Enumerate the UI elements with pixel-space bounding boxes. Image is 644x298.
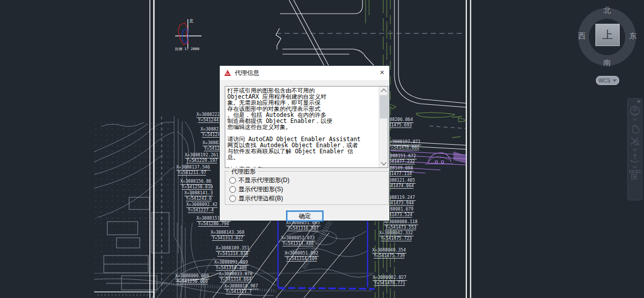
radio-option[interactable]: 显示代理边框(B) (229, 194, 388, 203)
viewcube-up-face[interactable]: 上 (595, 24, 620, 46)
autocad-logo-icon (224, 69, 231, 76)
autocad-canvas[interactable]: X=3088222.4Y=541244.4X=3088214.2Y=541249… (0, 0, 644, 298)
radio-circle-icon[interactable] (229, 186, 236, 193)
navigation-bar[interactable]: ✕ (627, 98, 642, 200)
coord-label: X=3088109.351Y=541314.030 (216, 246, 250, 257)
pan-hand-icon[interactable] (628, 122, 642, 134)
proxy-info-textbox[interactable]: 打开或引用的图形包含由不可用的 ObjectARX 应用程序创建的自定义对 象。… (225, 86, 388, 168)
scrollbar-thumb[interactable] (380, 95, 387, 118)
coord-label: X=3088091.809Y=541314.389 (214, 260, 249, 271)
compass-north-label: 北 (189, 18, 193, 24)
dialog-titlebar[interactable]: 代理信息 × (220, 66, 389, 80)
textbox-scrollbar[interactable] (379, 87, 388, 167)
coord-label: X=3088192.261Y=541229.197 (185, 153, 219, 163)
radio-circle-icon[interactable] (229, 195, 236, 202)
viewcube-north[interactable]: 北 (602, 6, 612, 15)
wcs-label: WCS (598, 78, 610, 83)
dialog-close-icon[interactable]: × (380, 68, 384, 77)
compass-scale-label: 比例 1: 2000 (175, 47, 199, 52)
radio-option[interactable]: 显示代理图形(S) (229, 185, 388, 194)
radio-label: 显示代理边框(B) (238, 194, 283, 203)
radio-label: 显示代理图形(S) (238, 185, 283, 194)
proxy-info-text: 打开或引用的图形包含由不可用的 ObjectARX 应用程序创建的自定义对 象。… (227, 88, 378, 168)
coord-label: X=3088042.332Y=541475.723 (379, 231, 414, 241)
coord-label: X=3088137.546Y=541211.97 (176, 165, 211, 176)
viewcube-east[interactable]: 东 (628, 31, 638, 41)
steering-wheel-icon[interactable] (628, 105, 642, 117)
dialog-title: 代理信息 (235, 69, 259, 77)
coord-label: X=3088080.118Y=541473.553 (384, 220, 418, 230)
viewcube-south[interactable]: 南 (602, 58, 612, 68)
radio-option[interactable]: 不显示代理图形(D) (229, 176, 388, 185)
coord-label: X=3088051.895Y=541316.507 (286, 221, 320, 231)
wcs-dropdown-button[interactable]: WCS (596, 76, 619, 85)
proxy-info-dialog: 代理信息 × 打开或引用的图形包含由不可用的 ObjectARX 应用程序创建的… (219, 65, 390, 221)
group-label: 代理图形 (229, 167, 258, 176)
radio-circle-icon[interactable] (229, 177, 236, 184)
ok-button[interactable]: 确定 (286, 210, 324, 222)
coord-label: X=3088000.000Y=541250.000 (175, 274, 210, 284)
coord-label: X=3088092.42Y=541227.4 (186, 202, 218, 213)
coord-label: X=3088018.987Y=541313.7 (224, 284, 259, 294)
coord-label: X=3088033.070Y=541314.664 (219, 272, 253, 282)
chevron-down-icon[interactable] (628, 118, 642, 121)
chevron-down-icon[interactable] (628, 165, 642, 168)
chevron-down-icon (613, 79, 617, 82)
orbit-icon[interactable] (628, 152, 642, 164)
navbar-close-icon[interactable]: ✕ (637, 99, 641, 104)
coord-label: X=3088143.368Y=541313.827 (211, 230, 245, 241)
coord-label: X=3088002.027Y=541478.771 (373, 275, 407, 286)
proxy-graphics-group: 代理图形 不显示代理图形(D)显示代理图形(S)显示代理边框(B) (225, 171, 389, 205)
coord-label: X=3088052.073Y=541314.488 (281, 236, 315, 246)
radio-label: 不显示代理图形(D) (238, 176, 290, 185)
showmotion-icon[interactable] (628, 169, 642, 181)
coord-label: X=3088197.971Y=541476.002 (387, 140, 421, 150)
scroll-down-icon[interactable] (379, 159, 388, 167)
north-compass: 北 比例 1: 2000 (167, 15, 213, 55)
chevron-down-icon[interactable] (628, 148, 642, 151)
radio-list: 不显示代理图形(D)显示代理图形(S)显示代理边框(B) (225, 176, 388, 203)
viewcube-west[interactable]: 西 (577, 31, 587, 41)
coord-label: X=3088040.354Y=541475.739 (372, 248, 407, 259)
coord-label: X=3088051.092Y=541314.109 (285, 251, 319, 262)
coord-label: X=3088141.3Y=541243.6 (184, 191, 213, 201)
scroll-up-icon[interactable] (379, 87, 388, 95)
zoom-extents-icon[interactable] (628, 135, 642, 147)
coord-label: X=3088156.86Y=541250.010 (180, 179, 213, 190)
